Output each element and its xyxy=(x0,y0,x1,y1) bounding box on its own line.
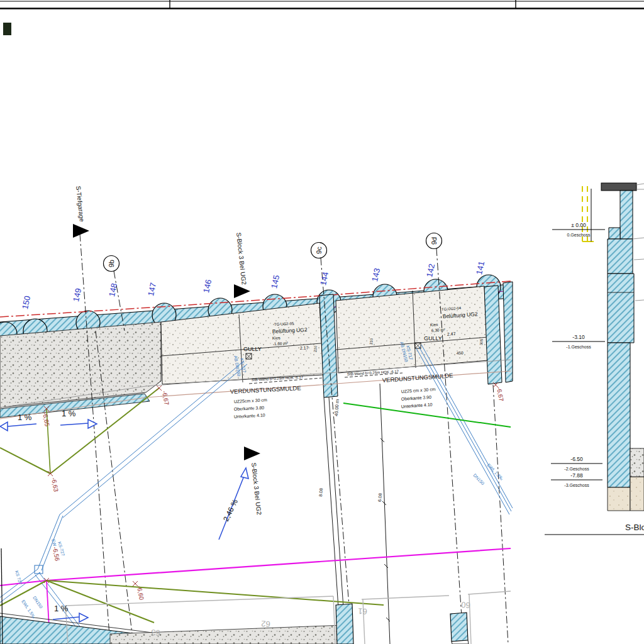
section-floor-label: -2.Geschoss xyxy=(564,467,589,471)
foundation xyxy=(608,487,630,511)
section-marker-icon xyxy=(234,284,250,298)
spot-elevation-ticks xyxy=(44,382,498,630)
slope-arrow-icon xyxy=(0,422,8,431)
mulde-note: Unterkante 4.10 xyxy=(401,402,433,409)
axis-bubble-label: 9c xyxy=(315,246,323,254)
axis-bubble-label: 9d xyxy=(430,237,438,245)
mulde-note: Unterkante 4.10 xyxy=(234,413,265,419)
axis-number: 149 xyxy=(71,287,83,303)
slope-label: 1 % xyxy=(62,409,76,418)
bed-dim: 2.17 xyxy=(300,345,309,350)
section-elevation-value: -7.88 xyxy=(570,472,583,479)
section-marker-icon xyxy=(244,447,260,460)
slope-arrow-icon xyxy=(79,613,88,622)
section-elevation-value: -6.50 xyxy=(570,456,583,462)
pipe-label: EW xyxy=(51,538,57,547)
axis-number: 146 xyxy=(201,279,213,294)
wall-section-view xyxy=(545,183,644,535)
bed-material: Kies xyxy=(272,335,281,340)
section-title-truncated: S-Blo xyxy=(625,523,644,532)
title-block xyxy=(0,0,644,35)
room-number: 61 xyxy=(358,606,367,616)
spot-elevation: -6,63 xyxy=(50,477,60,492)
axis-number: 148 xyxy=(107,282,119,297)
marker-label-tiefgarage: S-Tiefgarage xyxy=(75,186,86,223)
axis-number: 143 xyxy=(370,267,382,282)
section-floor-label: -3.Geschoss xyxy=(564,483,589,487)
axis-number: 142 xyxy=(425,263,436,278)
legend-swatch xyxy=(3,23,11,35)
cad-drawing-canvas: 9b 9c 9d 150 149 148 147 146 145 144 143… xyxy=(0,0,644,644)
dim-label: 6.08 xyxy=(377,493,382,502)
slope-label: 2,46 % xyxy=(221,497,240,523)
bed-area: 1,60 m² xyxy=(274,341,289,346)
axis-bubbles: 9b 9c 9d xyxy=(104,233,442,272)
bed-material: Kies xyxy=(430,322,439,327)
slope-arrow-icon xyxy=(88,419,97,428)
mulde-note: UZ25 cm x 30 cm xyxy=(401,387,436,394)
grading-lines xyxy=(0,382,511,644)
marker-label-block3-bottom: S-Block 3 Bel UG2 xyxy=(250,462,263,515)
parapet-cap xyxy=(601,183,636,191)
axis-number: 144 xyxy=(318,271,330,286)
section-elevation-value: ± 0.00 xyxy=(571,222,586,228)
spot-elevation: -6,67 xyxy=(496,386,505,402)
pier xyxy=(450,613,468,641)
mulde-note: Oberkante 3.80 xyxy=(234,405,265,411)
room-number: 62 xyxy=(261,619,270,629)
dim-label: 8.08 xyxy=(318,488,323,497)
mulde-title: VERDUNSTUNGSMULDE xyxy=(230,384,301,395)
spot-elevation: -6,67 xyxy=(161,390,170,406)
spot-elevation: -6,65 xyxy=(42,411,51,427)
pier xyxy=(336,604,353,644)
ventilation-bed-right xyxy=(336,286,488,373)
mulde-note: Oberkante 3.90 xyxy=(401,395,432,401)
axis-number: 150 xyxy=(20,295,32,310)
shaft-wall-right xyxy=(484,286,502,384)
pipe-label: KS 727 xyxy=(14,570,23,585)
bottom-concrete xyxy=(110,625,343,644)
slope-label: 1 % xyxy=(18,413,32,422)
axis-number: 145 xyxy=(269,274,281,289)
room-number: 63 xyxy=(151,628,160,638)
mulde-note: UZ25cm x 30 cm xyxy=(234,397,267,404)
marker-label-block3-top: S-Block 3 Bel UG2 xyxy=(235,232,248,285)
dim-label: 450 xyxy=(457,350,464,355)
room-number: 60 xyxy=(461,600,470,610)
axis-bubble-label: 9b xyxy=(108,260,115,268)
gully-label: GULLY xyxy=(243,346,262,352)
bed-dim: 2.47 xyxy=(447,331,456,336)
labels: 150 149 148 147 146 145 144 143 142 141 … xyxy=(14,186,644,638)
slope-arrows xyxy=(0,419,248,622)
section-floor-label: -1.Geschoss xyxy=(566,345,591,349)
length-label: 40.00 m xyxy=(333,399,340,416)
axis-number: 141 xyxy=(474,260,486,275)
magenta-ridge-line xyxy=(0,548,511,586)
slope-arrow-icon xyxy=(241,468,248,479)
section-marker-icon xyxy=(73,224,89,238)
axis-number: 147 xyxy=(146,282,158,297)
section-floor-label: 0.Geschoss xyxy=(567,233,591,237)
slope-label: 1 % xyxy=(54,604,69,613)
pipe-label: DN150 xyxy=(32,596,43,609)
edge-wall xyxy=(503,282,513,382)
dim-label: 210 xyxy=(369,338,374,345)
pipe-label: DN150 xyxy=(472,473,485,486)
dim-label: 305 xyxy=(479,338,484,345)
dim-label: 210 xyxy=(313,345,318,352)
gully-label: GULLY xyxy=(424,335,442,341)
section-elevation-value: -3.10 xyxy=(572,334,585,340)
